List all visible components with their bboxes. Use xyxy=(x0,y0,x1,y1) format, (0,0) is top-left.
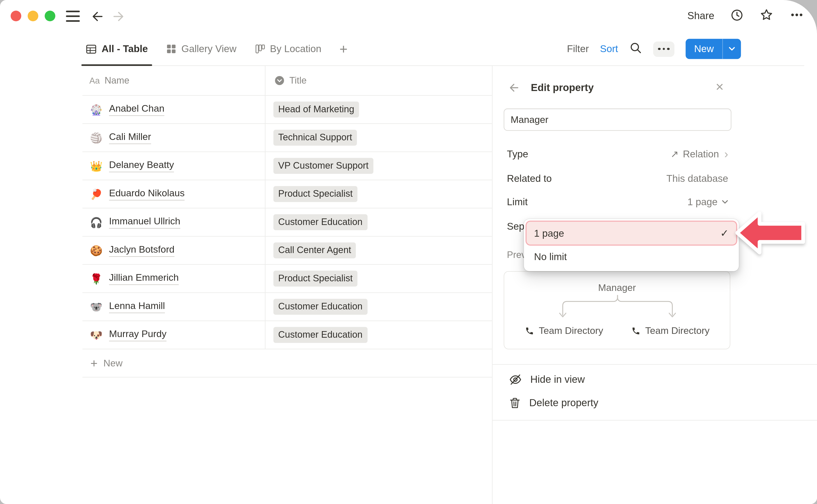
view-bar: All - Table Gallery View By Location + F… xyxy=(0,32,817,66)
table-row[interactable]: 👑Delaney Beatty VP Customer Support xyxy=(83,152,492,180)
chevron-right-icon: › xyxy=(724,148,728,160)
view-options-icon[interactable] xyxy=(653,41,675,57)
title-tag: Head of Marketing xyxy=(273,102,359,118)
panel-back-button[interactable] xyxy=(508,81,521,95)
sidebar-menu-icon[interactable] xyxy=(66,11,80,22)
row-name-link[interactable]: Murray Purdy xyxy=(109,329,167,341)
panel-close-icon[interactable]: × xyxy=(713,80,727,94)
row-name-link[interactable]: Cali Miller xyxy=(109,131,151,144)
column-header-title[interactable]: Title xyxy=(265,66,492,95)
table-row[interactable]: 🎡Anabel Chan Head of Marketing xyxy=(83,96,492,124)
text-property-icon: Aa xyxy=(89,76,100,85)
forward-arrow-icon xyxy=(111,10,125,23)
plus-icon: + xyxy=(90,357,98,369)
new-button-dropdown[interactable] xyxy=(723,39,741,59)
row-emoji: 🐶 xyxy=(89,329,103,341)
option-label: No limit xyxy=(534,251,567,262)
back-arrow-icon xyxy=(91,10,105,23)
dropdown-option-1-page[interactable]: 1 page ✓ xyxy=(527,222,736,245)
trash-icon xyxy=(509,397,521,409)
row-name-link[interactable]: Jaclyn Botsford xyxy=(109,244,175,257)
row-name-link[interactable]: Eduardo Nikolaus xyxy=(109,188,185,200)
search-icon[interactable] xyxy=(629,41,642,56)
dropdown-option-no-limit[interactable]: No limit xyxy=(527,245,736,269)
sort-button[interactable]: Sort xyxy=(600,43,618,55)
hide-in-view-label: Hide in view xyxy=(531,374,585,386)
preview-item-label: Team Directory xyxy=(645,325,710,337)
forward-button[interactable] xyxy=(111,9,125,24)
row-emoji: 🏐 xyxy=(89,132,103,144)
property-name-input[interactable] xyxy=(504,108,732,131)
board-view-icon xyxy=(254,44,265,54)
back-button[interactable] xyxy=(90,9,105,24)
delete-property-label: Delete property xyxy=(529,397,599,409)
minimize-window-button[interactable] xyxy=(28,11,38,21)
limit-row[interactable]: Limit 1 page xyxy=(507,190,728,214)
table-row[interactable]: 🌹Jillian Emmerich Product Specialist xyxy=(83,265,492,293)
new-row-button[interactable]: + New xyxy=(83,349,492,378)
truncated-label-1: Sep xyxy=(507,220,525,232)
edit-property-panel: Edit property × Type ↗ Relation › Relate… xyxy=(492,66,817,504)
share-button[interactable]: Share xyxy=(687,10,714,22)
table-row[interactable]: 🐶Murray Purdy Customer Education xyxy=(83,321,492,349)
column-header-name[interactable]: Aa Name xyxy=(83,66,265,95)
row-name-link[interactable]: Jillian Emmerich xyxy=(109,272,179,285)
column-label: Title xyxy=(289,75,306,86)
row-emoji: 🎧 xyxy=(89,216,103,228)
tab-gallery-view[interactable]: Gallery View xyxy=(163,32,239,66)
preview-item-label: Team Directory xyxy=(539,325,603,337)
tutorial-arrow-annotation xyxy=(733,209,807,256)
close-window-button[interactable] xyxy=(11,11,21,21)
limit-value: 1 page xyxy=(687,196,717,208)
panel-divider xyxy=(493,364,817,365)
relation-connector-lines xyxy=(504,295,731,323)
gallery-view-icon xyxy=(166,44,177,54)
row-name-link[interactable]: Immanuel Ullrich xyxy=(109,216,180,229)
new-button-group: New xyxy=(686,39,741,59)
type-row[interactable]: Type ↗ Relation › xyxy=(507,142,728,166)
panel-title: Edit property xyxy=(531,82,594,94)
chevron-down-icon xyxy=(729,47,735,51)
row-emoji: 🎡 xyxy=(89,103,103,116)
more-options-icon[interactable] xyxy=(789,8,804,24)
relation-preview-card: Manager Team Directory Team Directory xyxy=(504,271,730,349)
row-name-link[interactable]: Anabel Chan xyxy=(109,103,164,116)
table-row[interactable]: 🎧Immanuel Ullrich Customer Education xyxy=(83,208,492,237)
new-row-label: New xyxy=(103,357,123,369)
row-emoji: 👑 xyxy=(89,160,103,172)
related-to-row[interactable]: Related to This database xyxy=(507,167,728,191)
titlebar: Share xyxy=(0,0,817,32)
table-row[interactable]: 🏓Eduardo Nikolaus Product Specialist xyxy=(83,180,492,209)
hide-in-view-button[interactable]: Hide in view xyxy=(509,373,585,387)
zoom-window-button[interactable] xyxy=(45,11,55,21)
row-name-link[interactable]: Delaney Beatty xyxy=(109,160,174,172)
phone-icon xyxy=(525,326,534,336)
table-row[interactable]: 🍪Jaclyn Botsford Call Center Agent xyxy=(83,237,492,265)
add-view-button[interactable]: + xyxy=(336,41,351,57)
title-tag: Technical Support xyxy=(273,130,357,146)
title-tag: Customer Education xyxy=(273,299,367,315)
title-tag: Product Specialist xyxy=(273,271,357,287)
select-property-icon xyxy=(274,75,285,86)
phone-icon xyxy=(632,326,641,336)
delete-property-button[interactable]: Delete property xyxy=(509,397,598,409)
preview-root-label: Manager xyxy=(504,282,730,294)
title-tag: Customer Education xyxy=(273,214,367,230)
filter-button[interactable]: Filter xyxy=(567,43,589,55)
tab-by-location[interactable]: By Location xyxy=(251,32,324,66)
related-to-value: This database xyxy=(666,172,728,184)
history-clock-icon[interactable] xyxy=(730,8,744,24)
type-label: Type xyxy=(507,148,528,160)
favorite-star-icon[interactable] xyxy=(760,8,773,24)
tab-label: All - Table xyxy=(102,43,148,55)
table-view-icon xyxy=(86,43,97,55)
table-row[interactable]: 🐨Lenna Hamill Customer Education xyxy=(83,293,492,321)
limit-dropdown: 1 page ✓ No limit xyxy=(524,219,739,271)
tab-label: By Location xyxy=(270,43,321,55)
table-row[interactable]: 🏐Cali Miller Technical Support xyxy=(83,124,492,152)
new-button[interactable]: New xyxy=(686,39,722,59)
row-name-link[interactable]: Lenna Hamill xyxy=(109,300,165,313)
tab-all-table[interactable]: All - Table xyxy=(83,32,151,66)
truncated-label-2: Prev xyxy=(507,249,526,261)
column-label: Name xyxy=(104,75,129,86)
